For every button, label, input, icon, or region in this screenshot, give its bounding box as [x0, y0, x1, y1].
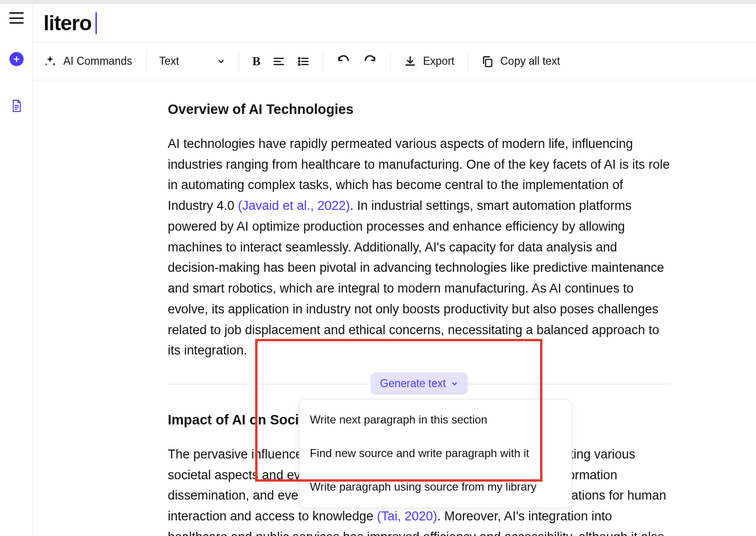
download-icon: [404, 55, 416, 68]
align-button[interactable]: [273, 55, 285, 68]
redo-button[interactable]: [363, 55, 377, 68]
generate-text-menu: Write next paragraph in this section Fin…: [299, 399, 572, 508]
citation-link[interactable]: (Javaid et al., 2022): [238, 199, 350, 213]
bold-button[interactable]: B: [252, 54, 260, 69]
browser-tab-strip: [0, 0, 756, 4]
svg-rect-14: [485, 59, 491, 66]
generate-menu-item-next-paragraph[interactable]: Write next paragraph in this section: [300, 403, 572, 437]
paragraph-text: . In industrial settings, smart automati…: [168, 199, 664, 357]
app-root: litero AI Commands: [0, 4, 756, 536]
menu-button[interactable]: [9, 12, 24, 24]
documents-button[interactable]: [11, 99, 22, 112]
left-rail: [0, 4, 33, 536]
new-document-button[interactable]: [9, 52, 24, 66]
document-icon: [11, 99, 22, 112]
export-button[interactable]: Export: [404, 55, 454, 68]
generate-menu-item-find-source[interactable]: Find new source and write paragraph with…: [300, 437, 572, 470]
generate-menu-item-library-source[interactable]: Write paragraph using source from my lib…: [300, 470, 572, 504]
align-left-icon: [273, 55, 285, 68]
svg-point-12: [299, 64, 300, 65]
redo-icon: [363, 55, 377, 68]
svg-point-8: [299, 58, 300, 59]
paragraph[interactable]: AI technologies have rapidly permeated v…: [168, 134, 670, 361]
style-dropdown[interactable]: Text: [159, 55, 225, 68]
copy-icon: [481, 55, 494, 68]
editor-scroll[interactable]: Overview of AI Technologies AI technolog…: [33, 80, 756, 536]
ai-commands-label: AI Commands: [63, 55, 132, 68]
bullet-list-icon: [297, 55, 309, 68]
copy-all-button[interactable]: Copy all text: [481, 55, 560, 68]
toolbar: AI Commands Text B: [33, 43, 756, 80]
sparkle-icon: [43, 55, 57, 68]
export-label: Export: [423, 55, 454, 68]
generate-text-button[interactable]: Generate text: [370, 372, 467, 395]
svg-point-10: [299, 61, 300, 62]
ai-commands-button[interactable]: AI Commands: [43, 55, 132, 68]
undo-button[interactable]: [336, 55, 351, 68]
style-dropdown-label: Text: [159, 55, 179, 68]
undo-icon: [336, 55, 351, 68]
list-button[interactable]: [297, 55, 309, 68]
citation-link[interactable]: (Tai, 2020): [377, 509, 438, 523]
chevron-down-icon: [451, 380, 458, 388]
generate-text-row: Generate text Write next paragraph in th…: [168, 372, 670, 395]
brand-row: litero: [33, 4, 756, 43]
plus-icon: [12, 55, 21, 63]
document-body[interactable]: Overview of AI Technologies AI technolog…: [102, 80, 687, 536]
generate-text-label: Generate text: [380, 377, 446, 390]
brand-logo[interactable]: litero: [43, 11, 97, 35]
section-heading[interactable]: Overview of AI Technologies: [168, 98, 670, 121]
copy-all-label: Copy all text: [500, 55, 560, 68]
brand-text: litero: [43, 11, 92, 35]
chevron-down-icon: [217, 57, 225, 66]
brand-cursor: [95, 12, 97, 34]
main-column: litero AI Commands: [33, 4, 756, 536]
